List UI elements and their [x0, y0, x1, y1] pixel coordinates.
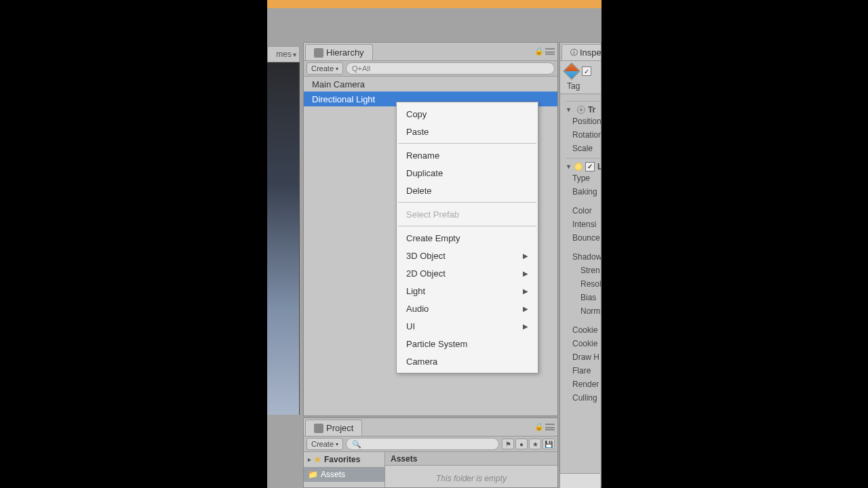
project-filter-icons: ⚑ ● ★ 💾 — [502, 439, 555, 449]
ctx-ui[interactable]: UI▶ — [397, 317, 538, 335]
empty-folder-message: This folder is empty — [385, 466, 557, 488]
panel-menu-icon[interactable]: 🔒 — [534, 422, 555, 431]
inspector-header: ✓ Tag — [560, 60, 601, 94]
transform-component-header[interactable]: ▼ Tr — [566, 101, 601, 115]
lock-icon: 🔒 — [534, 47, 544, 56]
hierarchy-tab-label: Hierarchy — [326, 47, 364, 58]
prop-rotation: Rotation — [566, 128, 601, 142]
submenu-arrow-icon: ▶ — [523, 305, 528, 312]
hierarchy-tab[interactable]: Hierarchy — [305, 44, 373, 60]
transform-title: Tr — [588, 105, 595, 115]
ctx-camera[interactable]: Camera — [397, 352, 538, 370]
panel-menu-icon[interactable]: 🔒 — [534, 47, 555, 56]
ctx-separator — [398, 202, 536, 203]
menu-bars-icon — [545, 424, 555, 430]
project-icon — [314, 424, 323, 433]
project-tab[interactable]: Project — [305, 420, 362, 436]
submenu-arrow-icon: ▶ — [523, 270, 528, 277]
inspector-tab-label: Inspec — [580, 47, 601, 58]
project-panel: Project 🔒 Create ▾ 🔍 ⚑ ● ★ 💾 ▸ — [303, 418, 558, 488]
prop-render: Render — [566, 378, 601, 391]
active-checkbox[interactable]: ✓ — [582, 66, 591, 76]
prop-cookie: Cookie — [566, 323, 601, 337]
create-label: Create — [311, 64, 334, 73]
ctx-particle-system[interactable]: Particle System — [397, 335, 538, 352]
filter-icon[interactable]: ⚑ — [502, 439, 514, 449]
context-menu: Copy Paste Rename Duplicate Delete Selec… — [396, 102, 538, 373]
ctx-separator — [398, 143, 536, 144]
left-tab-label: mes — [276, 49, 292, 59]
ctx-light[interactable]: Light▶ — [397, 282, 538, 300]
dropdown-icon: ▾ — [336, 441, 338, 447]
ctx-duplicate[interactable]: Duplicate — [397, 164, 538, 182]
light-component-header[interactable]: ▼ ✓ Li — [566, 158, 601, 171]
hierarchy-item-main-camera[interactable]: Main Camera — [304, 77, 557, 92]
ctx-rename[interactable]: Rename — [397, 146, 538, 164]
expand-arrow-icon: ▼ — [566, 106, 572, 113]
ctx-audio[interactable]: Audio▶ — [397, 300, 538, 317]
ctx-delete[interactable]: Delete — [397, 182, 538, 199]
project-toolbar: Create ▾ 🔍 ⚑ ● ★ 💾 — [304, 436, 557, 452]
info-icon: ⓘ — [570, 47, 578, 58]
prop-baking: Baking — [566, 185, 601, 199]
prop-shadow: Shadow — [566, 250, 601, 264]
ctx-copy[interactable]: Copy — [397, 105, 538, 123]
search-icon: 🔍 — [352, 440, 361, 449]
search-placeholder: Q+All — [352, 64, 370, 73]
gameobject-cube-icon[interactable] — [564, 64, 579, 79]
save-search-icon[interactable]: 💾 — [542, 439, 555, 449]
prop-flare: Flare — [566, 364, 601, 378]
prop-normal: Norm — [566, 304, 601, 318]
left-panel-tab[interactable]: mes ▾ — [267, 46, 300, 62]
hierarchy-item-label: Directional Light — [312, 94, 375, 104]
inspector-bottom-button[interactable] — [559, 473, 600, 488]
prop-color: Color — [566, 204, 601, 218]
expand-arrow-icon: ▸ — [308, 456, 311, 463]
prop-bias: Bias — [566, 291, 601, 304]
project-tree: ▸ ★ Favorites 📁 Assets — [304, 452, 385, 487]
light-title: Li — [597, 162, 601, 171]
prop-position: Position — [566, 115, 601, 128]
prop-scale: Scale — [566, 142, 601, 155]
project-body: ▸ ★ Favorites 📁 Assets Assets This folde… — [304, 452, 557, 487]
ctx-create-empty[interactable]: Create Empty — [397, 229, 538, 247]
viewport: { "left_tab": { "label": "mes" }, "hiera… — [0, 0, 868, 488]
submenu-arrow-icon: ▶ — [523, 252, 528, 260]
ctx-3d-object[interactable]: 3D Object▶ — [397, 247, 538, 264]
ctx-2d-object[interactable]: 2D Object▶ — [397, 264, 538, 282]
tree-assets[interactable]: 📁 Assets — [304, 467, 384, 482]
submenu-arrow-icon: ▶ — [523, 287, 528, 295]
expand-arrow-icon: ▼ — [566, 163, 572, 170]
enabled-checkbox[interactable]: ✓ — [585, 162, 595, 171]
assets-header: Assets — [385, 452, 557, 466]
tag-label: Tag — [567, 81, 580, 91]
menu-bars-icon — [545, 48, 555, 55]
hierarchy-search-input[interactable]: Q+All — [346, 62, 555, 75]
scene-view-strip[interactable] — [267, 62, 300, 415]
project-create-button[interactable]: Create ▾ — [307, 438, 343, 450]
hierarchy-toolbar: Create ▾ Q+All — [304, 60, 557, 77]
inspector-panel: ⓘ Inspec ✓ Tag ▼ Tr Position Rotation Sc… — [559, 42, 601, 488]
tree-favorites[interactable]: ▸ ★ Favorites — [304, 452, 384, 467]
star-icon: ★ — [314, 455, 321, 464]
prop-cookie-size: Cookie — [566, 337, 601, 350]
submenu-arrow-icon: ▶ — [523, 323, 528, 330]
hierarchy-item-label: Main Camera — [312, 79, 365, 89]
assets-header-label: Assets — [391, 454, 417, 464]
ctx-select-prefab: Select Prefab — [397, 205, 538, 223]
inspector-tab[interactable]: ⓘ Inspec — [561, 44, 601, 60]
filter-type-icon[interactable]: ● — [515, 439, 528, 449]
hierarchy-create-button[interactable]: Create ▾ — [307, 62, 343, 75]
folder-icon: 📁 — [308, 470, 318, 479]
favorites-label: Favorites — [324, 455, 360, 464]
prop-type: Type — [566, 171, 601, 185]
gear-icon — [577, 106, 585, 114]
filter-label-icon[interactable]: ★ — [529, 439, 541, 449]
prop-bounce: Bounce — [566, 231, 601, 245]
project-search-input[interactable]: 🔍 — [346, 438, 499, 450]
prop-culling: Culling — [566, 391, 601, 405]
hierarchy-icon — [314, 48, 323, 58]
ctx-paste[interactable]: Paste — [397, 123, 538, 140]
top-orange-bar — [267, 0, 601, 8]
prop-draw-halo: Draw H — [566, 350, 601, 364]
